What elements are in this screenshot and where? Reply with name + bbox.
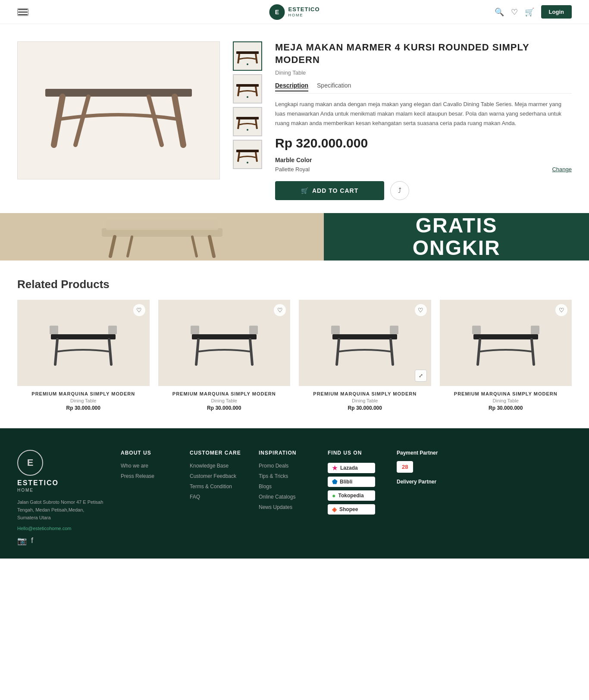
- footer-link-news-updates[interactable]: News Updates: [259, 504, 310, 510]
- footer-customer-care: CUSTOMER CARE Knowledge Base Customer Fe…: [190, 450, 241, 504]
- header-right: 🔍 ♡ 🛒 Login: [495, 5, 572, 19]
- footer-link-faq[interactable]: FAQ: [190, 494, 241, 500]
- platform-blibli[interactable]: ⬟ Blibli: [328, 477, 375, 487]
- footer-link-press-release[interactable]: Press Release: [121, 473, 172, 479]
- platform-tokopedia[interactable]: ● Tokopedia: [328, 490, 375, 501]
- footer-find-us: FIND US ON ★ Lazada ⬟ Blibli ● Tokopedia…: [328, 450, 379, 515]
- svg-rect-20: [473, 334, 538, 339]
- card-1-wishlist[interactable]: ♡: [133, 304, 145, 316]
- marble-color-value: Pallette Royal: [275, 166, 310, 173]
- color-row: Pallette Royal Change: [275, 166, 572, 173]
- product-thumbnails: [233, 41, 262, 200]
- footer-logo-icon: E: [17, 450, 43, 476]
- card-3-ar[interactable]: ⤢: [415, 370, 427, 382]
- svg-rect-0: [45, 89, 192, 97]
- card-4-category: Dining Table: [440, 398, 572, 403]
- product-description: Lengkapi ruang makan anda dengan meja ma…: [275, 100, 572, 128]
- instagram-icon[interactable]: 📷: [17, 536, 27, 546]
- related-product-card-3: ♡ ⤢ PREMIUM MARQUINA SIMPLY MODERN Dinin…: [299, 300, 431, 411]
- card-4-wishlist[interactable]: ♡: [555, 304, 567, 316]
- logo-icon: E: [269, 4, 285, 20]
- banner-image-left: [0, 213, 324, 261]
- card-2-wishlist[interactable]: ♡: [274, 304, 286, 316]
- product-info: MEJA MAKAN MARMER 4 KURSI ROUNDED SIMPLY…: [275, 41, 572, 200]
- svg-rect-15: [191, 326, 199, 334]
- footer-payment: Payment Partner 28 Delivery Partner: [397, 450, 438, 488]
- card-3-wishlist[interactable]: ♡: [415, 304, 427, 316]
- card-1-title: PREMIUM MARQUINA SIMPLY MODERN: [17, 391, 150, 396]
- footer-link-who-we-are[interactable]: Who we are: [121, 463, 172, 469]
- card-2-category: Dining Table: [158, 398, 291, 403]
- card-2-price: Rp 30.000.000: [158, 405, 291, 411]
- svg-rect-19: [390, 326, 398, 334]
- card-3-title: PREMIUM MARQUINA SIMPLY MODERN: [299, 391, 431, 396]
- marble-color-label: Marble Color: [275, 157, 572, 163]
- footer-logo-sub: HOME: [17, 488, 103, 493]
- svg-rect-18: [331, 326, 340, 334]
- tab-description[interactable]: Description: [275, 82, 308, 91]
- footer-link-online-catalogs[interactable]: Online Catalogs: [259, 494, 310, 500]
- related-section: Related Products ♡ PREMIUM MARQUINA SIMP…: [0, 278, 589, 428]
- footer-socials: 📷 f: [17, 536, 103, 546]
- search-button[interactable]: 🔍: [495, 7, 504, 17]
- change-color-link[interactable]: Change: [552, 166, 572, 173]
- share-icon: ⤴: [398, 187, 401, 195]
- payment-badge: 28: [397, 461, 413, 473]
- share-button[interactable]: ⤴: [390, 181, 409, 200]
- cart-button[interactable]: 🛒: [525, 7, 534, 17]
- footer-link-tips-tricks[interactable]: Tips & Tricks: [259, 473, 310, 479]
- card-2-svg: [190, 308, 259, 377]
- header-left: [17, 8, 28, 16]
- platform-lazada[interactable]: ★ Lazada: [328, 463, 375, 473]
- card-4-svg: [471, 308, 540, 377]
- footer-link-promo-deals[interactable]: Promo Deals: [259, 463, 310, 469]
- related-product-card-2: ♡ PREMIUM MARQUINA SIMPLY MODERN Dining …: [158, 300, 291, 411]
- card-4-title: PREMIUM MARQUINA SIMPLY MODERN: [440, 391, 572, 396]
- svg-point-4: [247, 96, 248, 98]
- hamburger-menu[interactable]: [17, 8, 28, 16]
- svg-rect-7: [236, 150, 259, 152]
- footer: E ESTETICO HOME Jalan Gatot Subroto Nomo…: [0, 428, 589, 559]
- login-button[interactable]: Login: [541, 5, 572, 19]
- footer-platforms: ★ Lazada ⬟ Blibli ● Tokopedia ◈ Shopee: [328, 463, 379, 515]
- banner-table-svg: [97, 215, 227, 258]
- related-product-card-4: ♡ PREMIUM MARQUINA SIMPLY MODERN Dining …: [440, 300, 572, 411]
- svg-rect-3: [236, 84, 259, 87]
- thumbnail-2[interactable]: [233, 74, 262, 104]
- promo-banner: GRATIS ONGKIR: [0, 213, 589, 261]
- footer-link-blogs[interactable]: Blogs: [259, 483, 310, 490]
- action-row: 🛒 ADD TO CART ⤴: [275, 181, 572, 200]
- footer-link-customer-feedback[interactable]: Customer Feedback: [190, 473, 241, 479]
- product-category: Dining Table: [275, 69, 572, 76]
- svg-point-6: [247, 129, 248, 131]
- card-4-image: ♡: [440, 300, 572, 386]
- tab-specification[interactable]: Specification: [317, 82, 351, 91]
- facebook-icon[interactable]: f: [31, 536, 33, 546]
- thumbnail-1[interactable]: [233, 41, 262, 71]
- svg-rect-1: [236, 51, 259, 54]
- footer-inspiration: INSPIRATION Promo Deals Tips & Tricks Bl…: [259, 450, 310, 515]
- platform-shopee[interactable]: ◈ Shopee: [328, 504, 375, 515]
- svg-rect-5: [236, 117, 259, 119]
- thumbnail-4[interactable]: [233, 140, 262, 169]
- product-price: Rp 320.000.000: [275, 136, 572, 151]
- footer-logo-name: ESTETICO: [17, 479, 103, 487]
- card-2-title: PREMIUM MARQUINA SIMPLY MODERN: [158, 391, 291, 396]
- card-3-image: ♡ ⤢: [299, 300, 431, 386]
- footer-email[interactable]: Hello@esteticohome.com: [17, 526, 103, 531]
- logo-area: E ESTETICO HOME: [269, 4, 320, 20]
- footer-link-knowledge-base[interactable]: Knowledge Base: [190, 463, 241, 469]
- thumbnail-3[interactable]: [233, 107, 262, 136]
- add-to-cart-button[interactable]: 🛒 ADD TO CART: [275, 181, 384, 200]
- svg-point-2: [247, 63, 248, 65]
- related-grid: ♡ PREMIUM MARQUINA SIMPLY MODERN Dining …: [17, 300, 572, 411]
- footer-link-terms-condition[interactable]: Terms & Condition: [190, 483, 241, 490]
- card-3-category: Dining Table: [299, 398, 431, 403]
- svg-rect-16: [249, 326, 258, 334]
- card-3-price: Rp 30.000.000: [299, 405, 431, 411]
- banner-text-right: GRATIS ONGKIR: [324, 213, 589, 261]
- cart-icon: 🛒: [301, 187, 309, 194]
- wishlist-button[interactable]: ♡: [511, 7, 518, 17]
- banner-text: GRATIS ONGKIR: [413, 214, 501, 260]
- card-1-image: ♡: [17, 300, 150, 386]
